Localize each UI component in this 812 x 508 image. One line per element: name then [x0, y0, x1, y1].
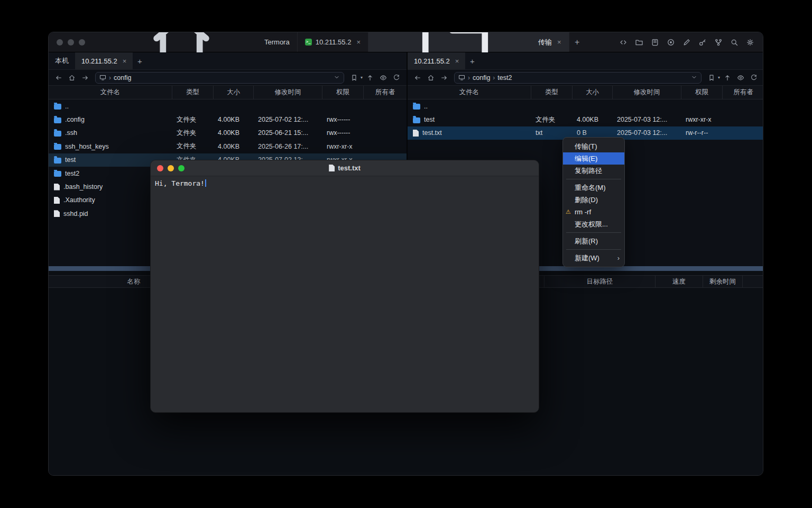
maximize-window-button[interactable] [79, 39, 85, 46]
cell-name: .config [49, 116, 172, 123]
refresh-icon[interactable] [391, 72, 402, 84]
computer-icon [458, 74, 465, 81]
bookmark-button[interactable]: ▾ [348, 72, 363, 84]
column-header-permissions[interactable]: 权限 [322, 86, 364, 99]
minimize-window-button[interactable] [168, 165, 174, 171]
settings-icon[interactable] [743, 35, 756, 49]
close-tab-icon[interactable]: × [356, 38, 361, 46]
column-header-name[interactable]: 文件名 [49, 86, 172, 99]
menu-item-rename[interactable]: 重命名(M) [563, 182, 624, 194]
forward-icon[interactable] [438, 72, 450, 84]
path-segment[interactable]: config [114, 74, 131, 81]
path-bar[interactable]: › config [95, 72, 344, 84]
preview-eye-icon[interactable] [377, 72, 389, 84]
menu-item-delete[interactable]: 删除(D) [563, 194, 624, 206]
tab-remote[interactable]: 10.211.55.2 × [75, 52, 133, 69]
cell-name: ssh_host_keys [49, 143, 172, 150]
right-pane-toolbar: › config › test2 ▾ [408, 70, 763, 85]
code-icon[interactable] [616, 35, 630, 49]
column-header-type[interactable]: 类型 [531, 86, 573, 99]
menu-item-edit[interactable]: 编辑(E) [563, 152, 624, 165]
path-bar[interactable]: › config › test2 [454, 72, 702, 84]
maximize-window-button[interactable] [178, 165, 184, 171]
editor-titlebar[interactable]: test.txt [151, 160, 539, 176]
close-window-button[interactable] [57, 39, 63, 46]
home-icon[interactable] [66, 72, 78, 84]
preview-eye-icon[interactable] [735, 72, 746, 84]
file-row[interactable]: test 文件夹 4.00KB 2025-07-03 12:... rwxr-x… [408, 113, 763, 126]
tab-remote[interactable]: 10.211.55.2 × [408, 52, 465, 69]
cell-permissions: rwx------ [322, 129, 364, 137]
column-header-owner[interactable]: 所有者 [723, 86, 763, 99]
column-header-modified[interactable]: 修改时间 [613, 86, 681, 99]
close-tab-icon[interactable]: × [557, 38, 561, 46]
journal-icon[interactable] [648, 35, 661, 49]
cell-type: 文件夹 [172, 129, 214, 138]
new-tab-button[interactable]: + [569, 32, 585, 52]
path-segment[interactable]: config [473, 74, 490, 81]
column-header-target-path[interactable]: 目标路径 [545, 276, 656, 287]
home-icon[interactable] [425, 72, 437, 84]
file-row[interactable]: .. [408, 99, 763, 113]
file-row[interactable]: ssh_host_keys 文件夹 4.00KB 2025-06-26 17:.… [49, 140, 407, 153]
file-row[interactable]: .ssh 文件夹 4.00KB 2025-06-21 15:... rwx---… [49, 126, 407, 140]
up-directory-icon[interactable] [364, 72, 376, 84]
tab-host-terminal[interactable]: 10.211.55.2 × [298, 32, 368, 52]
close-window-button[interactable] [157, 165, 163, 171]
column-header-speed[interactable]: 速度 [656, 276, 703, 287]
menu-item-refresh[interactable]: 刷新(R) [563, 235, 624, 247]
cell-name: .. [49, 103, 172, 110]
edit-icon[interactable] [680, 35, 693, 49]
forward-icon[interactable] [79, 72, 91, 84]
file-row[interactable]: .. [49, 99, 407, 113]
path-segment[interactable]: test2 [497, 74, 512, 81]
record-icon[interactable] [664, 35, 677, 49]
column-header-type[interactable]: 类型 [172, 86, 214, 99]
menu-item-change-permissions[interactable]: 更改权限... [563, 218, 624, 230]
editor-content[interactable]: Hi, Termora! [151, 176, 539, 190]
cell-type: txt [531, 129, 573, 137]
menu-item-rm-rf[interactable]: ⚠ rm -rf [563, 206, 624, 218]
column-header-remaining-time[interactable]: 剩余时间 [703, 276, 743, 287]
folder-icon [54, 117, 61, 123]
close-tab-icon[interactable]: × [123, 57, 127, 65]
menu-item-new[interactable]: 新建(W) › [563, 252, 624, 264]
menu-item-copy-path[interactable]: 复制路径 [563, 165, 624, 177]
back-icon[interactable] [412, 72, 423, 84]
cell-name: test.txt [408, 129, 531, 137]
chevron-down-icon[interactable] [691, 73, 697, 83]
back-icon[interactable] [53, 72, 64, 84]
cell-modified: 2025-06-21 15:... [254, 129, 322, 137]
bookmark-button[interactable]: ▾ [706, 72, 720, 84]
column-header-name[interactable]: 文件名 [408, 86, 531, 99]
search-icon[interactable] [727, 35, 741, 49]
tab-local[interactable]: 本机 [49, 52, 75, 69]
close-tab-icon[interactable]: × [455, 57, 459, 65]
tab-termora[interactable]: Termora [95, 32, 298, 52]
file-row[interactable]: .config 文件夹 4.00KB 2025-07-02 12:... rwx… [49, 113, 407, 126]
column-header-size[interactable]: 大小 [214, 86, 254, 99]
branch-icon[interactable] [712, 35, 725, 49]
new-pane-tab-button[interactable]: + [465, 52, 479, 69]
minimize-window-button[interactable] [68, 39, 74, 46]
computer-icon [99, 74, 106, 81]
new-pane-tab-button[interactable]: + [133, 52, 146, 69]
warning-icon: ⚠ [566, 208, 571, 215]
tab-label: 传输 [538, 38, 552, 47]
key-icon[interactable] [696, 35, 709, 49]
up-directory-icon[interactable] [722, 72, 733, 84]
file-icon [54, 197, 60, 204]
column-header-owner[interactable]: 所有者 [364, 86, 407, 99]
column-header-permissions[interactable]: 权限 [681, 86, 723, 99]
column-header-size[interactable]: 大小 [573, 86, 613, 99]
cell-name: .. [408, 103, 531, 110]
refresh-icon[interactable] [748, 72, 760, 84]
terminal-icon [305, 39, 312, 46]
folder-icon[interactable] [632, 35, 645, 49]
menu-item-transfer[interactable]: 传输(T) [563, 140, 624, 152]
tab-transfer[interactable]: 传输 × [368, 32, 569, 52]
column-header-modified[interactable]: 修改时间 [254, 86, 322, 99]
context-menu: 传输(T) 编辑(E) 复制路径 重命名(M) 删除(D) ⚠ rm -rf 更… [562, 137, 625, 267]
chevron-down-icon[interactable] [334, 73, 340, 83]
submenu-arrow-icon: › [617, 254, 620, 262]
